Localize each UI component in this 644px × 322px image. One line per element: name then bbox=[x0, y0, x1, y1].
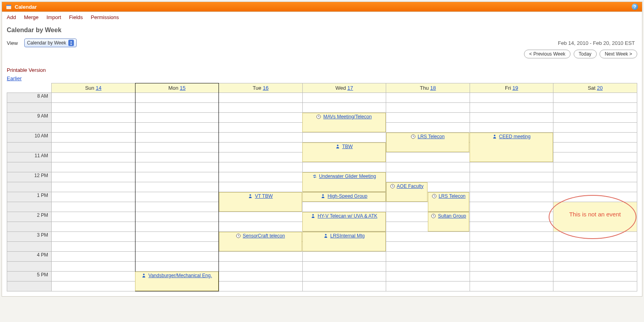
calendar-cell[interactable] bbox=[52, 152, 135, 162]
calendar-cell[interactable] bbox=[553, 272, 637, 282]
calendar-cell[interactable] bbox=[470, 262, 553, 272]
calendar-cell[interactable] bbox=[52, 242, 135, 252]
day-number-link[interactable]: 18 bbox=[430, 85, 436, 91]
calendar-cell[interactable] bbox=[553, 252, 637, 262]
calendar-cell[interactable] bbox=[470, 222, 553, 232]
calendar-cell[interactable] bbox=[470, 242, 553, 252]
calendar-cell[interactable] bbox=[135, 93, 219, 103]
calendar-cell[interactable] bbox=[386, 232, 470, 242]
calendar-cell[interactable] bbox=[219, 143, 303, 152]
event-link[interactable]: Underwater Glider Meeting bbox=[319, 174, 376, 179]
calendar-cell[interactable] bbox=[386, 113, 470, 123]
calendar-cell[interactable] bbox=[52, 282, 135, 291]
calendar-event[interactable]: TBW bbox=[302, 143, 386, 162]
calendar-cell[interactable] bbox=[135, 133, 219, 143]
calendar-cell[interactable] bbox=[135, 143, 219, 152]
calendar-cell[interactable] bbox=[135, 152, 219, 162]
calendar-event[interactable]: Underwater Glider Meeting bbox=[302, 172, 386, 192]
calendar-cell[interactable] bbox=[386, 262, 470, 272]
calendar-cell[interactable] bbox=[219, 252, 303, 262]
calendar-cell[interactable] bbox=[553, 103, 637, 113]
printable-version-link[interactable]: Printable Version bbox=[7, 67, 46, 73]
event-link[interactable]: LRS Telecon bbox=[439, 193, 466, 199]
calendar-event[interactable]: VT TBW bbox=[219, 192, 302, 212]
calendar-cell[interactable] bbox=[470, 232, 553, 242]
calendar-cell[interactable] bbox=[219, 222, 303, 232]
calendar-cell[interactable] bbox=[52, 202, 135, 212]
event-link[interactable]: CEED meeting bbox=[499, 134, 530, 139]
calendar-cell[interactable] bbox=[553, 182, 637, 192]
calendar-cell[interactable] bbox=[219, 272, 303, 282]
calendar-cell[interactable] bbox=[302, 252, 386, 262]
calendar-cell[interactable] bbox=[52, 103, 135, 113]
menu-merge[interactable]: Merge bbox=[24, 14, 39, 20]
event-link[interactable]: AOE Faculty bbox=[397, 183, 424, 189]
calendar-cell[interactable] bbox=[553, 282, 637, 291]
calendar-cell[interactable] bbox=[470, 192, 553, 202]
calendar-cell[interactable] bbox=[386, 103, 470, 113]
calendar-cell[interactable] bbox=[386, 242, 470, 252]
day-number-link[interactable]: 15 bbox=[180, 85, 186, 91]
calendar-cell[interactable] bbox=[470, 93, 553, 103]
calendar-cell[interactable] bbox=[52, 192, 135, 202]
calendar-cell[interactable] bbox=[52, 123, 135, 133]
calendar-event[interactable]: LRS Telecon bbox=[428, 192, 469, 212]
calendar-cell[interactable] bbox=[386, 93, 470, 103]
calendar-cell[interactable] bbox=[52, 162, 135, 172]
calendar-cell[interactable] bbox=[386, 172, 470, 182]
calendar-cell[interactable] bbox=[386, 252, 470, 262]
calendar-cell[interactable] bbox=[553, 93, 637, 103]
calendar-cell[interactable] bbox=[470, 162, 553, 172]
calendar-cell[interactable] bbox=[135, 192, 219, 202]
calendar-cell[interactable] bbox=[52, 272, 135, 282]
calendar-cell[interactable] bbox=[135, 182, 219, 192]
today-button[interactable]: Today bbox=[574, 50, 597, 58]
event-link[interactable]: HY-V Telecan w/ UVA & ATK bbox=[317, 213, 377, 219]
next-week-button[interactable]: Next Week > bbox=[600, 50, 637, 58]
calendar-cell[interactable] bbox=[135, 113, 219, 123]
calendar-event[interactable]: High-Speed Group bbox=[302, 192, 386, 202]
calendar-cell[interactable] bbox=[135, 262, 219, 272]
calendar-cell[interactable] bbox=[386, 152, 470, 162]
day-number-link[interactable]: 16 bbox=[263, 85, 268, 91]
calendar-cell[interactable] bbox=[52, 182, 135, 192]
calendar-cell[interactable] bbox=[302, 202, 386, 212]
calendar-cell[interactable] bbox=[135, 103, 219, 113]
menu-fields[interactable]: Fields bbox=[69, 14, 83, 20]
calendar-event[interactable]: CEED meeting bbox=[470, 133, 553, 162]
calendar-cell[interactable] bbox=[553, 162, 637, 172]
calendar-event[interactable]: MAVs Meeting/Telecon bbox=[302, 113, 386, 132]
day-number-link[interactable]: 20 bbox=[597, 85, 603, 91]
calendar-cell[interactable] bbox=[52, 143, 135, 152]
calendar-cell[interactable] bbox=[219, 262, 303, 272]
calendar-cell[interactable] bbox=[553, 262, 637, 272]
calendar-cell[interactable] bbox=[553, 123, 637, 133]
calendar-event[interactable]: LRS Telecon bbox=[386, 133, 470, 152]
event-link[interactable]: Sultan Group bbox=[438, 213, 466, 219]
calendar-cell[interactable] bbox=[135, 162, 219, 172]
calendar-cell[interactable] bbox=[386, 162, 470, 172]
calendar-cell[interactable] bbox=[135, 212, 219, 222]
calendar-cell[interactable] bbox=[470, 172, 553, 182]
event-link[interactable]: High-Speed Group bbox=[328, 193, 367, 199]
event-link[interactable]: MAVs Meeting/Telecon bbox=[323, 114, 372, 120]
calendar-cell[interactable] bbox=[302, 133, 386, 143]
calendar-cell[interactable] bbox=[302, 282, 386, 291]
calendar-cell[interactable] bbox=[470, 182, 553, 192]
event-link[interactable]: Vandsburger/Mechanical Eng. bbox=[149, 273, 212, 278]
calendar-cell[interactable] bbox=[302, 103, 386, 113]
calendar-cell[interactable] bbox=[553, 152, 637, 162]
calendar-cell[interactable] bbox=[52, 113, 135, 123]
calendar-cell[interactable] bbox=[135, 202, 219, 212]
calendar-cell[interactable] bbox=[52, 252, 135, 262]
calendar-cell[interactable] bbox=[302, 162, 386, 172]
calendar-cell[interactable] bbox=[553, 232, 637, 242]
calendar-cell[interactable] bbox=[386, 282, 470, 291]
menu-import[interactable]: Import bbox=[46, 14, 61, 20]
calendar-cell[interactable] bbox=[553, 133, 637, 143]
calendar-cell[interactable] bbox=[135, 232, 219, 242]
view-select[interactable]: Calendar by Week ▴▾ bbox=[24, 39, 77, 47]
calendar-event[interactable]: Sultan Group bbox=[428, 212, 469, 231]
event-link[interactable]: TBW bbox=[342, 144, 353, 149]
calendar-cell[interactable] bbox=[135, 242, 219, 252]
